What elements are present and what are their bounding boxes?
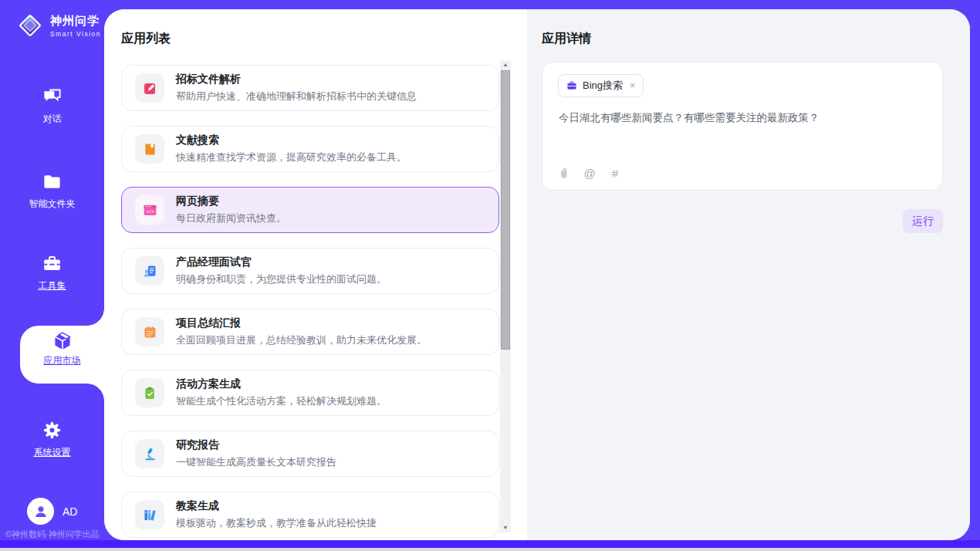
app-item-pm-interviewer[interactable]: 产品经理面试官 明确身份和职责，为您提供专业性的面试问题。 xyxy=(121,248,499,294)
app-item-lesson-plan[interactable]: 教案生成 模板驱动，教案秒成，教学准备从此轻松快捷 xyxy=(121,492,499,538)
app-item-event-plan[interactable]: 活动方案生成 智能生成个性化活动方案，轻松解决规划难题。 xyxy=(121,370,499,416)
at-icon[interactable]: @ xyxy=(583,167,596,180)
chat-icon xyxy=(42,86,63,107)
gear-icon xyxy=(42,420,63,441)
app-name: 活动方案生成 xyxy=(176,377,387,391)
sidebar-item-toolset[interactable]: 工具集 xyxy=(0,253,104,292)
app-desc: 模板驱动，教案秒成，教学准备从此轻松快捷 xyxy=(176,516,377,530)
app-item-bid-document-parse[interactable]: 招标文件解析 帮助用户快速、准确地理解和解析招标书中的关键信息 xyxy=(121,65,499,111)
folder-icon xyxy=(42,171,63,192)
document-edit-icon xyxy=(135,73,164,103)
app-desc: 智能生成个性化活动方案，轻松解决规划难题。 xyxy=(176,394,387,408)
briefcase-icon xyxy=(566,80,577,91)
sidebar-item-chat[interactable]: 对话 xyxy=(0,86,104,126)
avatar xyxy=(27,498,54,525)
gem-diamond-icon xyxy=(15,11,45,40)
window-bottom-edge xyxy=(0,548,980,551)
app-item-web-summary[interactable]: </> 网页摘要 每日政府新闻资讯快查。 xyxy=(121,187,499,233)
app-item-research-report[interactable]: 研究报告 一键智能生成高质量长文本研究报告 xyxy=(121,431,499,477)
tool-tag-bing-search[interactable]: Bing搜索 × xyxy=(558,74,644,97)
app-name: 招标文件解析 xyxy=(176,73,417,86)
app-desc: 明确身份和职责，为您提供专业性的面试问题。 xyxy=(176,272,387,286)
app-desc: 快速精准查找学术资源，提高研究效率的必备工具。 xyxy=(176,150,407,164)
sidebar-item-app-market[interactable]: 应用市场 xyxy=(20,326,104,384)
sidebar-item-label: 应用市场 xyxy=(44,354,81,367)
interviewer-icon xyxy=(135,256,164,286)
composer-toolbar: @ # xyxy=(558,167,621,180)
app-item-literature-search[interactable]: 文献搜索 快速精准查找学术资源，提高研究效率的必备工具。 xyxy=(121,126,499,172)
app-desc: 每日政府新闻资讯快查。 xyxy=(176,211,286,225)
hash-icon[interactable]: # xyxy=(609,167,621,180)
sidebar-item-label: 智能文件夹 xyxy=(29,198,76,211)
brand-name: 神州问学 xyxy=(50,14,101,29)
microscope-icon xyxy=(135,439,164,468)
cube-icon xyxy=(52,330,73,352)
sidebar-item-label: 工具集 xyxy=(39,279,66,292)
app-name: 研究报告 xyxy=(176,438,336,452)
run-button[interactable]: 运行 xyxy=(903,209,943,233)
app-detail-panel: 应用详情 Bing搜索 × 今日湖北有哪些新闻要点？有哪些需要关注的最新政策？ xyxy=(527,9,970,540)
sidebar-item-smart-folder[interactable]: 智能文件夹 xyxy=(0,171,104,211)
app-name: 项目总结汇报 xyxy=(176,316,427,330)
scrollbar-thumb[interactable] xyxy=(501,70,510,350)
app-detail-title: 应用详情 xyxy=(542,31,591,47)
tool-tag-label: Bing搜索 xyxy=(583,79,623,93)
svg-text:</>: </> xyxy=(146,209,154,214)
scrollbar-up-arrow[interactable]: ▲ xyxy=(500,60,511,69)
app-desc: 帮助用户快速、准确地理解和解析招标书中的关键信息 xyxy=(176,90,417,103)
sidebar: 神州问学 Smart Vision 对话 智能文件夹 工具集 xyxy=(0,0,104,540)
browser-code-icon: </> xyxy=(135,195,164,225)
toolbox-icon xyxy=(42,253,63,274)
user-initials: AD xyxy=(63,505,77,518)
user-account[interactable]: AD xyxy=(27,498,77,525)
copyright-text: ©神州数码·神州问学出品 xyxy=(5,529,100,540)
books-icon xyxy=(135,500,164,529)
bottom-bar xyxy=(0,540,980,548)
bubble-curve-bottom xyxy=(87,384,104,401)
app-name: 产品经理面试官 xyxy=(176,255,387,269)
bubble-curve-top xyxy=(87,309,104,326)
book-icon xyxy=(135,134,164,164)
app-name: 教案生成 xyxy=(176,499,377,513)
app-name: 网页摘要 xyxy=(176,194,286,208)
prompt-text[interactable]: 今日湖北有哪些新闻要点？有哪些需要关注的最新政策？ xyxy=(559,111,921,125)
app-list-title: 应用列表 xyxy=(121,31,171,47)
content-area: 应用列表 招标文件解析 帮助用户快速、准确地理解和解析招标书中的关键信息 xyxy=(104,9,970,540)
sidebar-item-settings[interactable]: 系统设置 xyxy=(0,420,104,459)
scrollbar[interactable]: ▲ ▼ xyxy=(500,60,511,532)
app-desc: 全面回顾项目进展，总结经验教训，助力未来优化发展。 xyxy=(176,333,427,347)
report-note-icon xyxy=(135,317,164,346)
app-list-panel: 应用列表 招标文件解析 帮助用户快速、准确地理解和解析招标书中的关键信息 xyxy=(104,9,527,540)
tool-tag-close-icon[interactable]: × xyxy=(630,80,635,91)
app-item-project-summary[interactable]: 项目总结汇报 全面回顾项目进展，总结经验教训，助力未来优化发展。 xyxy=(121,309,499,355)
sidebar-item-label: 对话 xyxy=(43,113,62,126)
brand-logo: 神州问学 Smart Vision xyxy=(15,11,101,40)
person-icon xyxy=(33,504,49,519)
app-desc: 一键智能生成高质量长文本研究报告 xyxy=(176,455,336,469)
app-list: 招标文件解析 帮助用户快速、准确地理解和解析招标书中的关键信息 文献搜索 快速精… xyxy=(121,65,499,538)
brand-tagline: Smart Vision xyxy=(50,30,101,38)
clipboard-check-icon xyxy=(135,378,164,407)
scrollbar-down-arrow[interactable]: ▼ xyxy=(500,523,511,532)
paperclip-icon[interactable] xyxy=(558,167,570,179)
prompt-card[interactable]: Bing搜索 × 今日湖北有哪些新闻要点？有哪些需要关注的最新政策？ @ # xyxy=(542,62,943,191)
app-name: 文献搜索 xyxy=(176,134,407,147)
sidebar-item-label: 系统设置 xyxy=(34,446,71,459)
